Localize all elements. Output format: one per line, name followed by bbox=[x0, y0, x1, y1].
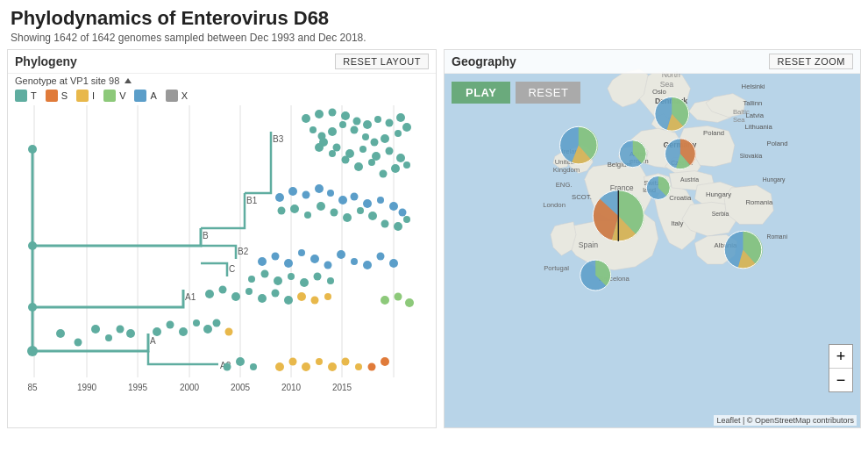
svg-text:SCOT.: SCOT. bbox=[572, 193, 592, 201]
svg-text:Latvia: Latvia bbox=[745, 111, 764, 119]
legend-item-S: S bbox=[46, 90, 68, 102]
reset-layout-button[interactable]: RESET LAYOUT bbox=[335, 54, 429, 69]
swatch-V bbox=[103, 90, 116, 102]
svg-point-33 bbox=[395, 130, 402, 137]
svg-point-68 bbox=[278, 207, 286, 215]
svg-point-107 bbox=[381, 296, 389, 305]
svg-point-63 bbox=[351, 193, 359, 201]
phylogeny-panel: Phylogeny RESET LAYOUT Genotype at VP1 s… bbox=[7, 49, 437, 428]
svg-point-34 bbox=[381, 134, 389, 143]
svg-text:B: B bbox=[203, 231, 209, 240]
svg-point-131 bbox=[28, 241, 37, 250]
svg-point-98 bbox=[219, 286, 227, 294]
svg-text:1990: 1990 bbox=[77, 383, 97, 392]
zoom-in-button[interactable]: + bbox=[829, 345, 852, 368]
svg-point-78 bbox=[403, 216, 410, 223]
svg-point-47 bbox=[386, 147, 394, 155]
svg-point-64 bbox=[363, 199, 372, 208]
svg-point-112 bbox=[250, 363, 257, 370]
svg-point-127 bbox=[213, 319, 221, 327]
svg-point-67 bbox=[399, 209, 407, 217]
svg-text:Sea: Sea bbox=[733, 116, 745, 124]
svg-text:Italy: Italy bbox=[671, 219, 683, 227]
svg-point-102 bbox=[272, 290, 280, 298]
svg-point-32 bbox=[402, 123, 411, 132]
svg-text:1995: 1995 bbox=[128, 383, 148, 392]
svg-point-54 bbox=[342, 156, 350, 164]
svg-point-111 bbox=[236, 357, 245, 366]
svg-point-74 bbox=[357, 207, 364, 214]
svg-text:A1: A1 bbox=[185, 292, 196, 302]
page-title: Phylodynamics of Enterovirus D68 bbox=[11, 7, 857, 30]
reset-zoom-button[interactable]: RESET ZOOM bbox=[769, 54, 853, 69]
svg-point-61 bbox=[327, 190, 334, 197]
svg-point-83 bbox=[310, 255, 319, 263]
svg-text:C: C bbox=[229, 264, 235, 274]
svg-point-126 bbox=[203, 325, 212, 334]
legend-item-T: T bbox=[15, 90, 37, 102]
svg-point-132 bbox=[28, 145, 37, 154]
svg-point-70 bbox=[304, 212, 311, 219]
svg-point-114 bbox=[289, 358, 297, 366]
svg-point-103 bbox=[284, 296, 293, 305]
svg-point-76 bbox=[381, 220, 389, 228]
legend-item-V: V bbox=[103, 90, 125, 102]
svg-point-53 bbox=[354, 162, 363, 171]
genotype-label: Genotype at VP1 site 98 bbox=[8, 74, 436, 88]
svg-point-52 bbox=[368, 159, 375, 166]
svg-point-117 bbox=[328, 362, 337, 371]
svg-point-29 bbox=[374, 116, 381, 123]
svg-point-66 bbox=[389, 202, 398, 211]
zoom-out-button[interactable]: − bbox=[829, 369, 852, 391]
svg-text:Romania: Romania bbox=[745, 198, 773, 206]
svg-point-119 bbox=[355, 363, 362, 370]
svg-point-134 bbox=[75, 339, 82, 347]
svg-point-55 bbox=[329, 150, 336, 157]
svg-point-81 bbox=[284, 259, 293, 268]
svg-text:Romani: Romani bbox=[767, 233, 788, 240]
svg-text:ENG.: ENG. bbox=[556, 181, 573, 189]
svg-point-24 bbox=[315, 110, 324, 118]
svg-point-93 bbox=[288, 273, 295, 280]
svg-point-38 bbox=[339, 121, 346, 128]
svg-point-89 bbox=[389, 259, 398, 268]
map-controls: PLAY RESET bbox=[452, 82, 580, 104]
svg-point-138 bbox=[126, 329, 135, 338]
svg-point-104 bbox=[297, 292, 306, 301]
svg-point-77 bbox=[394, 222, 402, 231]
svg-text:Oslo: Oslo bbox=[652, 88, 666, 96]
svg-text:2000: 2000 bbox=[180, 383, 200, 392]
geography-panel[interactable]: Geography RESET ZOOM PLAY RESET bbox=[444, 49, 861, 428]
svg-text:Serbia: Serbia bbox=[712, 211, 729, 217]
svg-point-58 bbox=[288, 187, 297, 196]
phylogeny-chart[interactable]: 85 1990 1995 2000 2005 2010 2015 A A1 bbox=[8, 105, 436, 404]
chevron-up-icon[interactable] bbox=[125, 78, 132, 83]
svg-point-75 bbox=[368, 212, 377, 220]
svg-point-130 bbox=[28, 303, 37, 312]
geography-header: Geography RESET ZOOM bbox=[445, 50, 860, 74]
svg-text:Portugal: Portugal bbox=[544, 264, 569, 272]
svg-text:Spain: Spain bbox=[579, 240, 598, 249]
svg-point-97 bbox=[205, 290, 214, 298]
svg-text:Helsinki: Helsinki bbox=[742, 83, 765, 90]
svg-point-96 bbox=[327, 277, 334, 284]
legend-item-X: X bbox=[166, 90, 188, 102]
svg-text:London: London bbox=[543, 201, 566, 209]
phylogeny-header: Phylogeny RESET LAYOUT bbox=[8, 50, 436, 74]
page-wrapper: Phylodynamics of Enterovirus D68 Showing… bbox=[0, 0, 868, 432]
svg-text:Kingdom: Kingdom bbox=[553, 166, 580, 174]
svg-point-113 bbox=[275, 362, 284, 371]
svg-text:B2: B2 bbox=[238, 247, 249, 256]
svg-point-94 bbox=[300, 278, 309, 287]
svg-point-95 bbox=[314, 273, 322, 281]
svg-point-50 bbox=[391, 164, 400, 173]
play-button[interactable]: PLAY bbox=[452, 82, 510, 104]
svg-point-116 bbox=[316, 358, 323, 365]
svg-point-72 bbox=[331, 209, 338, 217]
svg-point-88 bbox=[377, 253, 385, 261]
svg-point-71 bbox=[317, 202, 325, 211]
svg-point-79 bbox=[258, 257, 267, 266]
svg-point-108 bbox=[395, 293, 402, 301]
map-reset-button[interactable]: RESET bbox=[516, 82, 580, 104]
svg-text:B1: B1 bbox=[246, 196, 258, 205]
